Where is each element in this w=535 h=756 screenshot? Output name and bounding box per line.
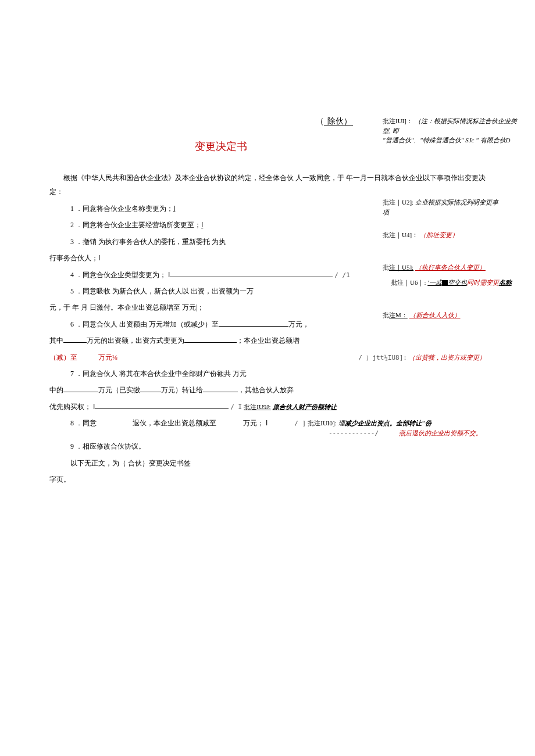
tail-marker: I [173, 205, 175, 213]
item-text: 万元）转让给 [161, 386, 203, 394]
blank-underline [63, 336, 87, 343]
item-2: 2 ．同意将合伙企业主要经营场所变更至；I [49, 217, 486, 232]
item-text: 其中 [49, 336, 63, 345]
removal-text: 除伙） [324, 117, 353, 126]
item-text: 万元的出资额，出资方式变更为 [87, 336, 184, 345]
blank-underline [140, 385, 161, 392]
item-text: 元，于 年 月 日激付。本企业出资总额增至 万元 [49, 303, 196, 311]
connector: / I [230, 403, 242, 411]
annotation-u10-line2: 燕后退伙的企业出资额不交。 [399, 429, 482, 436]
item-text: |； [196, 303, 204, 311]
item-7-cont2: 优先购买权； I / I 批注IU9J: 原合伙人财产份额转让 [49, 399, 486, 414]
item-text: ；本企业出资总额增 [237, 336, 299, 345]
item-9: 9 ．相应修改合伙协议。 [49, 439, 486, 454]
item-text: 退伙，本企业出资总额减至 [133, 419, 216, 427]
closing-text: 以下无正文，为（ 合伙）变更决定书签 [70, 459, 191, 467]
removal-label: （ 除伙） [316, 116, 353, 127]
header-line: （ 除伙） [49, 116, 486, 127]
tail-marker: I [266, 419, 268, 427]
blank-underline [170, 270, 333, 277]
item-6-red: （减）至 万元⅛ / ）jtt½IU8]: （出货莪，出资方或变更） [49, 350, 486, 365]
item-text: 6 ．同意合伙人 出资额由 万元增加（或减少）至 [70, 320, 219, 328]
annotation-u8-label: / ）jtt½IU8]: [358, 354, 407, 361]
item-text-red: 万元⅛ [98, 353, 117, 361]
closing-a: 以下无正文，为（ 合伙）变更决定书签 [49, 456, 486, 471]
blank-underline [203, 385, 238, 392]
closing-text: 字页。 [49, 475, 70, 483]
item-5-cont: 元，于 年 月 日激付。本企业出资总额增至 万元|； [49, 300, 486, 315]
item-6: 6 ．同意合伙人 出资额由 万元增加（或减少）至万元， [49, 317, 486, 332]
tail-marker: I [98, 254, 100, 262]
item-4: 4 ．同意合伙企业类型变更为； I / /1 [49, 267, 486, 282]
item-6-cont: 其中万元的出资额，出资方式变更为；本企业出资总额增 [49, 333, 486, 348]
annotation-u8-text: （出货莪，出资方或变更） [409, 354, 486, 361]
annotation-u9-label: 批注IU9J: [244, 403, 270, 410]
item-text: ，其他合伙人放弃 [238, 386, 294, 394]
item-1: 1 ．同意将合伙企业名称变更为；I [49, 201, 486, 216]
connector: / ] [294, 420, 306, 427]
item-text: 2 ．同意将合伙企业主要经营场所变更至； [70, 221, 201, 229]
document-page: （ 除伙） 变更决定书 根据《中华人民共和国合伙企业法》及本企业合伙协议的约定，… [49, 116, 486, 489]
item-8: 8 ．同意 退伙，本企业出资总额减至 万元； I / ] 批注IUI0]: 理减… [49, 415, 486, 431]
blank-underline [184, 336, 237, 343]
item-text: 9 ．相应修改合伙协议。 [70, 442, 145, 450]
blank-underline [95, 402, 229, 409]
item-5: 5 ．同意吸收 为新合伙人，新合伙人以 出资，出资额为一万 [49, 284, 486, 299]
item-text: 中的 [49, 386, 63, 394]
item-text: 行事务合伙人； [49, 254, 98, 262]
blank-underline [219, 320, 288, 327]
item-text: 8 ．同意 [70, 419, 97, 427]
item-3-cont: 行事务合伙人；I [49, 250, 486, 266]
item-text: 优先购买权； [49, 403, 91, 411]
item-text: 3 ．撤销 为执行事务合伙人的委托，重新委托 为执 [70, 238, 226, 246]
blank-underline [63, 385, 98, 392]
item-text: 万元（已实缴 [98, 386, 140, 394]
closing-b: 字页。 [49, 472, 486, 487]
item-text-red: （减）至 [49, 353, 77, 361]
item-text: 1 ．同意将合伙企业名称变更为； [70, 205, 173, 213]
tail-marker: I [201, 221, 203, 229]
item-text: 万元； [243, 419, 264, 427]
annotation-u9-text: 原合伙人财产份额转让 [273, 403, 337, 410]
document-title: 变更决定书 [49, 139, 486, 153]
item-3: 3 ．撤销 为执行事务合伙人的委托，重新委托 为执 [49, 234, 486, 249]
item-text: 7 ．同意合伙人 将其在本合伙企业中全部财产份额共 万元 [70, 370, 247, 378]
connector: / /1 [334, 271, 350, 279]
item-text: 万元， [288, 320, 309, 328]
item-text: 4 ．同意合伙企业类型变更为； [70, 271, 166, 279]
intro-paragraph: 根据《中华人民共和国合伙企业法》及本企业合伙协议的约定，经全体合伙 人一致同意，… [49, 171, 486, 199]
item-7: 7 ．同意合伙人 将其在本合伙企业中全部财产份额共 万元 [49, 366, 486, 381]
connector-line: ------------/ [329, 429, 379, 437]
item-7-cont: 中的万元（已实缴万元）转让给，其他合伙人放弃 [49, 382, 486, 397]
item-text: 5 ．同意吸收 为新合伙人，新合伙人以 出资，出资额为一万 [70, 287, 254, 295]
paren-open: （ [316, 117, 324, 126]
annotation-text: 名称 [499, 279, 512, 286]
